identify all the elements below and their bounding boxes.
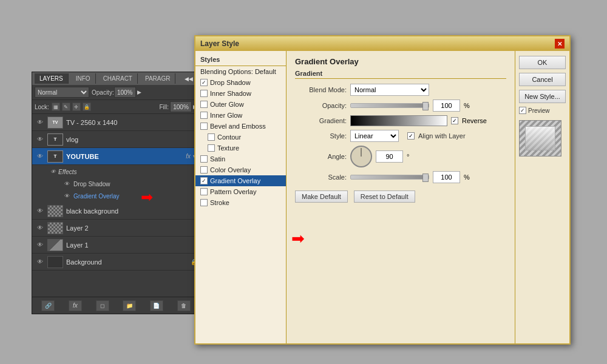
blend-mode-select[interactable]: Normal [350, 84, 429, 96]
paragr-tab[interactable]: PARAGR [140, 73, 176, 84]
scale-value-input[interactable] [433, 171, 460, 183]
delete-layer-btn[interactable]: 🗑 [177, 300, 191, 311]
lock-icons: ▦ ✎ ✛ 🔒 [52, 103, 91, 111]
style-inner-glow[interactable]: Inner Glow [195, 110, 286, 121]
satin-checkbox[interactable] [200, 155, 208, 163]
bevel-emboss-checkbox[interactable] [200, 123, 208, 130]
new-group-btn[interactable]: 📁 [123, 300, 136, 311]
cancel-btn[interactable]: Cancel [519, 73, 566, 86]
panel-bottom-toolbar: 🔗 fx ◻ 📁 📄 🗑 [32, 297, 200, 314]
preview-inner [525, 126, 555, 150]
angle-needle [361, 148, 362, 157]
gradient-overlay-checkbox[interactable]: ✓ [200, 177, 208, 184]
lock-transparent-icon[interactable]: ▦ [52, 103, 60, 111]
eye-icon[interactable]: 👁 [35, 151, 46, 162]
angle-dial[interactable] [350, 146, 372, 167]
fill-input[interactable] [170, 101, 192, 112]
layer1-row[interactable]: 👁 Layer 1 [32, 237, 200, 254]
angle-value-input[interactable] [376, 150, 403, 163]
gradient-swatch[interactable] [350, 115, 447, 126]
style-bevel-emboss[interactable]: Bevel and Emboss [195, 121, 286, 132]
gradient-overlay-eye[interactable]: 👁 [63, 192, 71, 200]
eye-icon[interactable]: 👁 [35, 257, 46, 268]
new-layer-btn[interactable]: 📄 [150, 300, 163, 311]
make-default-btn[interactable]: Make Default [295, 190, 348, 203]
eye-icon[interactable]: 👁 [35, 134, 46, 145]
contour-checkbox[interactable] [208, 133, 215, 141]
scale-slider[interactable] [350, 175, 429, 180]
blend-mode-row: Blend Mode: Normal [295, 84, 506, 96]
outer-glow-checkbox[interactable] [200, 101, 208, 108]
panel-collapse-btn[interactable]: ◀◀ [185, 76, 193, 82]
style-contour[interactable]: Contour [195, 132, 286, 143]
info-tab[interactable]: INFO [71, 73, 96, 84]
layer1-name: Layer 1 [66, 241, 197, 249]
reverse-label: Reverse [462, 117, 487, 124]
dialog-close-btn[interactable]: ✕ [555, 39, 565, 49]
lock-image-icon[interactable]: ✎ [62, 103, 70, 111]
layers-tab[interactable]: LAYERS [35, 73, 69, 84]
eye-icon[interactable]: 👁 [35, 117, 46, 128]
opacity-arrow[interactable]: ▶ [137, 89, 141, 95]
effects-eye[interactable]: 👁 [50, 169, 56, 175]
eye-icon[interactable]: 👁 [35, 240, 46, 251]
color-overlay-checkbox[interactable] [200, 166, 208, 174]
align-checkbox[interactable]: ✓ [407, 132, 415, 140]
angle-row: Angle: ° [295, 146, 506, 167]
opacity-label: Opacity: [295, 102, 347, 109]
black-background-layer-row[interactable]: 👁 black background [32, 203, 200, 220]
style-stroke[interactable]: Stroke [195, 197, 286, 208]
drop-shadow-checkbox[interactable]: ✓ [200, 79, 208, 86]
style-inner-shadow[interactable]: Inner Shadow [195, 88, 286, 99]
style-texture[interactable]: Texture [195, 143, 286, 153]
youtube-layer-row[interactable]: 👁 T YOUTUBE fx ▼ [32, 148, 200, 165]
opacity-input[interactable] [114, 87, 136, 98]
gradient-overlay-effect-row[interactable]: 👁 Gradient Overlay [32, 190, 200, 202]
ok-btn[interactable]: OK [519, 56, 566, 69]
fx-icon[interactable]: fx [186, 153, 191, 160]
opacity-value-input[interactable] [433, 99, 460, 112]
drop-shadow-effect-row[interactable]: 👁 Drop Shadow [32, 178, 200, 190]
style-pattern-overlay[interactable]: Pattern Overlay [195, 186, 286, 197]
blend-mode-select[interactable]: Normal [35, 87, 89, 98]
layer-thumb [47, 239, 63, 251]
styles-header: Styles [195, 53, 286, 66]
layer2-row[interactable]: 👁 Layer 2 [32, 220, 200, 237]
layer-row[interactable]: 👁 TV TV - 2560 x 1440 [32, 114, 200, 131]
style-outer-glow[interactable]: Outer Glow [195, 99, 286, 110]
gradient-row: Gradient: ✓ Reverse [295, 115, 506, 126]
link-layers-btn[interactable]: 🔗 [41, 300, 55, 311]
eye-icon[interactable]: 👁 [35, 223, 46, 234]
style-gradient-overlay[interactable]: ✓ Gradient Overlay [195, 175, 286, 186]
texture-checkbox[interactable] [208, 144, 215, 152]
eye-icon[interactable]: 👁 [35, 206, 46, 217]
inner-glow-checkbox[interactable] [200, 112, 208, 119]
inner-shadow-checkbox[interactable] [200, 90, 208, 97]
style-blending-options[interactable]: Blending Options: Default [195, 66, 286, 77]
opacity-slider[interactable] [350, 103, 429, 108]
reverse-checkbox[interactable]: ✓ [451, 117, 458, 124]
style-color-overlay[interactable]: Color Overlay [195, 164, 286, 175]
background-layer-row[interactable]: 👁 Background 🔒 [32, 254, 200, 271]
reset-to-default-btn[interactable]: Reset to Default [354, 190, 415, 203]
satin-label: Satin [210, 155, 225, 163]
preview-checkbox[interactable]: ✓ [519, 107, 526, 114]
section-subtitle: Gradient [295, 70, 506, 79]
inner-shadow-label: Inner Shadow [210, 90, 251, 97]
charact-tab[interactable]: CHARACT [98, 73, 138, 84]
style-row: Style: Linear ✓ Align with Layer [295, 130, 506, 142]
lock-all-icon[interactable]: 🔒 [83, 103, 91, 111]
new-style-btn[interactable]: New Style... [519, 90, 566, 103]
drop-shadow-eye[interactable]: 👁 [63, 180, 71, 188]
layer-row[interactable]: 👁 T vlog [32, 131, 200, 148]
lock-position-icon[interactable]: ✛ [72, 103, 81, 111]
stroke-checkbox[interactable] [200, 199, 208, 206]
style-select[interactable]: Linear [350, 130, 399, 142]
add-mask-btn[interactable]: ◻ [96, 300, 109, 311]
pattern-overlay-checkbox[interactable] [200, 188, 208, 195]
gradient-label: Gradient: [295, 117, 347, 124]
effects-label: Effects [58, 169, 77, 175]
add-style-btn[interactable]: fx [69, 300, 82, 311]
style-satin[interactable]: Satin [195, 153, 286, 164]
style-drop-shadow[interactable]: ✓ Drop Shadow [195, 77, 286, 88]
